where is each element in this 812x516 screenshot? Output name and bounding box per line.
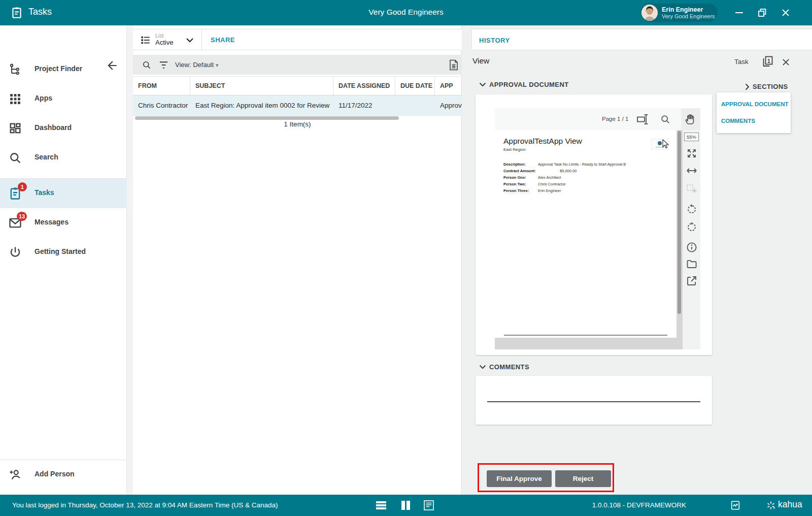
project-finder-icon [8,62,22,77]
section-link-approval-document[interactable]: APPROVAL DOCUMENT [721,101,788,107]
sidebar-gutter [127,25,133,495]
cell-from: Chris Contractor [133,95,190,115]
power-icon [8,245,22,260]
pan-hand-icon[interactable] [681,108,700,130]
close-detail-icon[interactable] [779,55,793,69]
history-toolbar: HISTORY [471,29,812,50]
sidebar-item-dashboard[interactable]: Dashboard [0,114,127,143]
approval-document-section-toggle[interactable]: APPROVAL DOCUMENT [479,81,569,88]
caret-down-icon: ▾ [216,62,219,68]
sidebar-item-label: Tasks [35,188,54,197]
field-value: $5,000.00 [560,169,577,173]
reject-button[interactable]: Reject [555,470,611,487]
messages-icon: 13 [8,216,22,230]
field-value: Chris Contractor [538,182,566,186]
chevron-down-icon [479,365,486,369]
preview-tools-column: 55% [683,130,700,349]
filter-icon[interactable] [159,61,168,69]
fullscreen-icon[interactable] [686,147,698,159]
sidebar-item-add-person[interactable]: Add Person [0,460,127,490]
list-type-value: Active [155,39,173,46]
search-icon [8,151,22,165]
user-menu[interactable]: Erin Engineer Very Good Engineers [640,4,718,22]
rotate-left-icon[interactable] [686,203,698,215]
last-login-text: You last logged in Thursday, October 13,… [12,501,278,509]
kahua-logo-icon: x [765,500,776,511]
restore-button[interactable] [751,0,773,25]
zoom-level-box[interactable]: 55% [684,133,699,141]
minimize-button[interactable] [728,0,750,25]
view-selector[interactable]: View: Default ▾ [175,61,219,69]
section-title: APPROVAL DOCUMENT [489,81,569,88]
list-type-dropdown[interactable]: List Active [133,29,202,51]
columns-layout-icon[interactable] [401,501,413,512]
sidebar-item-messages[interactable]: 13 Messages [0,208,127,238]
folder-icon[interactable] [686,258,698,270]
tasks-badge: 1 [18,182,27,191]
column-header-date-assigned[interactable]: DATE ASSIGNED [333,77,395,95]
messages-badge: 13 [17,212,27,221]
rows-layout-icon[interactable] [376,501,387,512]
sections-label: SECTIONS [753,83,788,90]
tasks-icon: 1 [8,186,22,201]
document-page: ApprovalTestApp View East Region Descrip… [495,130,676,338]
activity-clipboard-icon[interactable] [730,500,741,511]
close-window-button[interactable] [774,0,797,25]
export-excel-icon[interactable] [449,59,459,71]
cell-app: Approva [435,95,462,115]
page-indicator: Page 1 / 1 [602,116,628,122]
add-region-icon[interactable] [686,182,698,194]
svg-text:x: x [773,505,775,510]
column-header-subject[interactable]: SUBJECT [190,77,333,95]
sidebar-item-label: Search [35,153,58,161]
field-label: Person Three: [503,188,529,193]
app-window: Tasks Very Good Engineers Erin Engineer … [0,0,812,516]
field-label: Person Two: [503,182,526,186]
sidebar-item-search[interactable]: Search [0,143,127,173]
preview-search-icon[interactable] [660,114,673,127]
table-header: FROM SUBJECT DATE ASSIGNED DUE DATE APP [133,76,462,95]
document-divider [504,335,667,336]
field-label: Description: [503,162,526,167]
section-title: COMMENTS [489,363,529,371]
final-approve-button[interactable]: Final Approve [487,470,552,487]
fit-width-icon[interactable] [686,165,698,177]
search-icon[interactable] [142,60,152,70]
sidebar-item-tasks[interactable]: 1 Tasks [0,179,127,208]
document-layout-icon[interactable] [424,500,435,511]
cell-due-date [395,95,435,115]
open-external-icon[interactable] [686,275,698,287]
table-row[interactable]: Chris Contractor East Region: Approval i… [133,95,462,116]
info-icon[interactable] [686,241,698,253]
view-selector-value: View: Default [175,61,214,69]
preview-vertical-scrollbar[interactable] [678,131,681,314]
history-button[interactable]: HISTORY [479,37,510,44]
share-button[interactable]: SHARE [211,36,235,44]
comments-section-toggle[interactable]: COMMENTS [479,363,529,371]
company-logo [651,139,668,150]
chevron-down-icon [479,82,486,87]
comment-input[interactable] [487,401,700,402]
horizontal-scrollbar[interactable] [135,116,399,120]
sidebar-item-project-finder[interactable]: Project Finder [0,55,127,84]
rotate-right-icon[interactable] [686,221,698,233]
column-header-app[interactable]: APP [435,77,462,95]
sidebar-item-label: Project Finder [35,64,82,73]
sidebar-item-label: Getting Started [35,247,86,255]
list-view-icon [140,35,151,46]
sections-menu: APPROVAL DOCUMENT COMMENTS [717,92,791,133]
sidebar-item-label: Apps [35,94,52,102]
select-text-icon[interactable] [636,113,649,126]
sidebar-item-getting-started[interactable]: Getting Started [0,238,127,267]
sidebar-item-apps[interactable]: Apps [0,84,127,114]
list-toolbar: List Active SHARE [133,29,462,50]
list-type-label: List [155,33,163,39]
section-link-comments[interactable]: COMMENTS [721,118,755,124]
field-label: Contract Amount: [503,169,535,173]
status-bar: You last logged in Thursday, October 13,… [0,495,812,516]
dock-window-icon[interactable]: 1 [761,55,775,69]
column-header-from[interactable]: FROM [133,77,190,95]
column-header-due-date[interactable]: DUE DATE [395,77,435,95]
field-label: Person One: [503,175,526,180]
sections-toggle[interactable]: SECTIONS [745,83,788,90]
